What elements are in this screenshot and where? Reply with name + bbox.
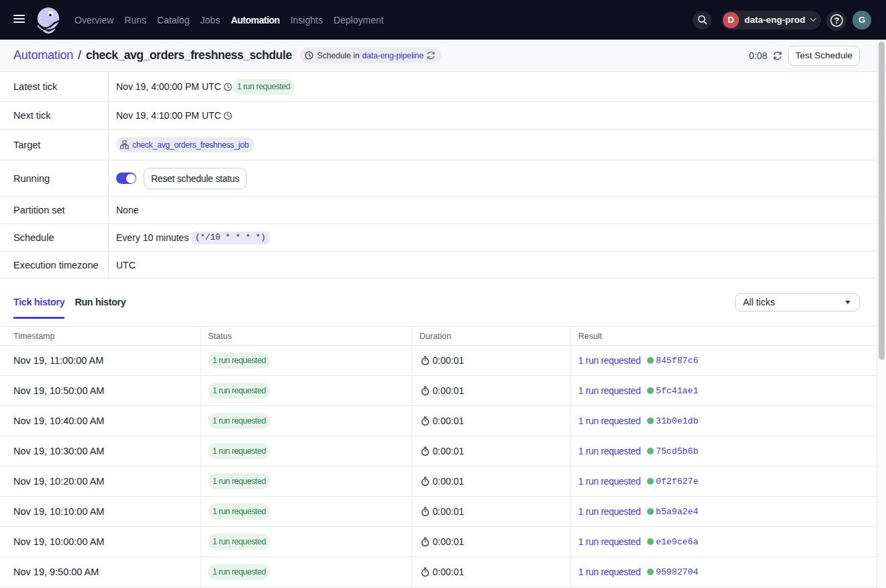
svg-text:?: ? xyxy=(834,16,839,26)
